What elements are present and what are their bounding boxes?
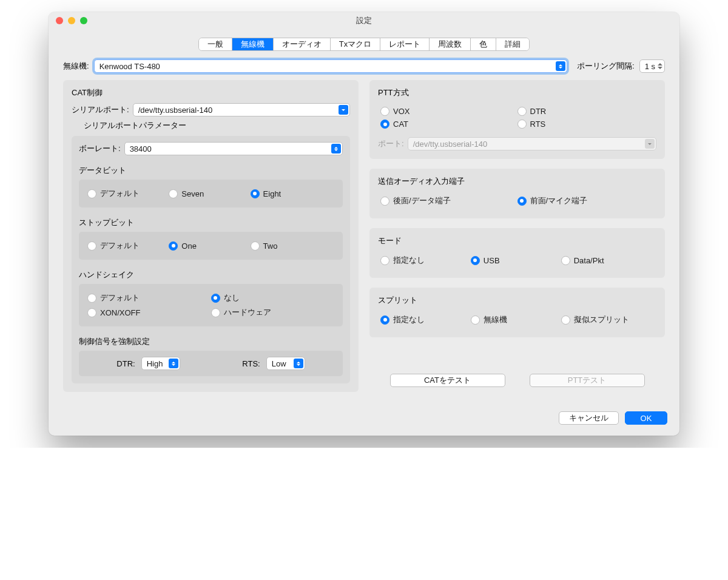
split-group: スプリット 指定なし 無線機 擬似スプリット: [369, 288, 665, 337]
stopbits-radios: デフォルト One Two: [85, 237, 337, 255]
handshake-radios: デフォルト なし XON/XOFF ハードウェア: [85, 289, 337, 322]
stopbits-two[interactable]: Two: [251, 240, 332, 251]
databits-title: データビット: [79, 165, 343, 176]
minimize-icon[interactable]: [68, 17, 75, 24]
serial-params-group: ボーレート: 38400 データビット デフォルト Seven: [72, 136, 350, 383]
handshake-default[interactable]: デフォルト: [87, 292, 211, 303]
serial-port-select[interactable]: /dev/tty.usbserial-140: [133, 103, 350, 116]
cat-title: CAT制御: [72, 87, 350, 98]
databits-radios: デフォルト Seven Eight: [85, 184, 337, 203]
stopbits-default[interactable]: デフォルト: [87, 240, 169, 251]
cat-control-group: CAT制御 シリアルポート: /dev/tty.usbserial-140 シリ…: [63, 80, 359, 392]
dtr-value: High: [147, 359, 163, 368]
tab-radio[interactable]: 無線機: [232, 38, 274, 50]
rig-value: Kenwood TS-480: [99, 62, 160, 71]
databits-seven[interactable]: Seven: [169, 188, 250, 199]
mode-none[interactable]: 指定なし: [380, 255, 471, 266]
ptt-radios: VOX DTR CAT RTS: [378, 103, 656, 132]
serial-params-title: シリアルポートパラメーター: [84, 120, 350, 131]
chevron-updown-icon: [331, 144, 341, 153]
split-title: スプリット: [378, 295, 656, 306]
txaudio-radios: 後面/データ端子 前面/マイク端子: [378, 192, 656, 210]
titlebar: 設定: [49, 12, 679, 29]
poll-label: ポーリング間隔:: [577, 61, 635, 72]
rts-value: Low: [272, 359, 286, 368]
txaudio-title: 送信オーディオ入力端子: [378, 176, 656, 187]
close-icon[interactable]: [56, 17, 63, 24]
databits-default[interactable]: デフォルト: [87, 188, 169, 199]
mode-radios: 指定なし USB Data/Pkt: [378, 251, 656, 269]
tab-freq[interactable]: 周波数: [430, 38, 471, 50]
mode-usb[interactable]: USB: [471, 255, 561, 266]
dialog-footer: キャンセル OK: [49, 404, 679, 436]
cancel-button[interactable]: キャンセル: [559, 411, 619, 425]
handshake-title: ハンドシェイク: [79, 269, 343, 280]
dtr-label: DTR:: [116, 359, 135, 368]
tab-bar: 一般 無線機 オーディオ Txマクロ レポート 周波数 色 詳細: [198, 38, 530, 51]
chevron-down-icon: [339, 105, 348, 115]
tab-audio[interactable]: オーディオ: [274, 38, 331, 50]
stepper-down-icon[interactable]: [658, 67, 662, 69]
rig-label: 無線機:: [63, 61, 89, 72]
tx-audio-group: 送信オーディオ入力端子 後面/データ端子 前面/マイク端子: [369, 169, 665, 218]
dtr-select[interactable]: High: [141, 357, 180, 370]
baud-value: 38400: [130, 144, 152, 153]
ptt-rts[interactable]: RTS: [517, 120, 655, 129]
tab-report[interactable]: レポート: [380, 38, 430, 50]
mode-title: モード: [378, 235, 656, 246]
handshake-hardware[interactable]: ハードウェア: [211, 307, 335, 318]
split-none[interactable]: 指定なし: [380, 314, 471, 325]
ok-button[interactable]: OK: [625, 411, 667, 425]
chevron-updown-icon: [294, 359, 303, 368]
stepper-up-icon[interactable]: [658, 63, 662, 66]
split-radios: 指定なし 無線機 擬似スプリット: [378, 311, 656, 329]
poll-value: 1 s: [645, 62, 655, 71]
ptt-port-label: ポート:: [378, 138, 404, 149]
stopbits-one[interactable]: One: [169, 240, 250, 251]
ptt-dtr[interactable]: DTR: [517, 107, 655, 116]
serial-port-label: シリアルポート:: [72, 104, 129, 115]
rts-label: RTS:: [242, 359, 260, 368]
ptt-title: PTT方式: [378, 87, 656, 98]
ptt-method-group: PTT方式 VOX DTR CAT RTS ポート: /dev/tty.usbs…: [369, 80, 665, 159]
baud-select[interactable]: 38400: [124, 142, 343, 155]
chevron-down-icon: [645, 139, 655, 149]
txaudio-rear[interactable]: 後面/データ端子: [380, 195, 517, 206]
cat-test-button[interactable]: CATをテスト: [390, 374, 505, 387]
tab-color[interactable]: 色: [471, 38, 496, 50]
databits-eight[interactable]: Eight: [251, 188, 332, 199]
ptt-cat[interactable]: CAT: [380, 120, 517, 129]
tab-txmacro[interactable]: Txマクロ: [331, 38, 380, 50]
poll-interval-stepper[interactable]: 1 s: [639, 59, 665, 73]
ptt-vox[interactable]: VOX: [380, 107, 517, 116]
mode-group: モード 指定なし USB Data/Pkt: [369, 228, 665, 278]
baud-label: ボーレート:: [79, 143, 121, 154]
tab-general[interactable]: 一般: [199, 38, 232, 50]
split-rig[interactable]: 無線機: [471, 314, 561, 325]
rts-select[interactable]: Low: [266, 357, 305, 370]
window-title: 設定: [49, 15, 679, 26]
tab-detail[interactable]: 詳細: [496, 38, 529, 50]
ptt-port-select: /dev/tty.usbserial-140: [408, 137, 656, 150]
force-signals-title: 制御信号を強制設定: [79, 336, 343, 347]
ptt-test-button: PTTテスト: [530, 374, 645, 387]
window-controls: [56, 17, 87, 24]
txaudio-front[interactable]: 前面/マイク端子: [517, 195, 655, 206]
handshake-none[interactable]: なし: [211, 292, 335, 303]
rig-select[interactable]: Kenwood TS-480: [94, 59, 567, 73]
stopbits-title: ストップビット: [79, 217, 343, 228]
maximize-icon[interactable]: [80, 17, 87, 24]
chevron-updown-icon: [169, 359, 178, 368]
serial-port-value: /dev/tty.usbserial-140: [138, 106, 213, 115]
ptt-port-value: /dev/tty.usbserial-140: [413, 140, 488, 149]
mode-datapkt[interactable]: Data/Pkt: [561, 255, 652, 266]
split-fake[interactable]: 擬似スプリット: [561, 314, 652, 325]
chevron-updown-icon: [556, 61, 565, 71]
handshake-xonxoff[interactable]: XON/XOFF: [87, 307, 211, 318]
settings-window: 設定 一般 無線機 オーディオ Txマクロ レポート 周波数 色 詳細 無線機:…: [49, 12, 679, 436]
